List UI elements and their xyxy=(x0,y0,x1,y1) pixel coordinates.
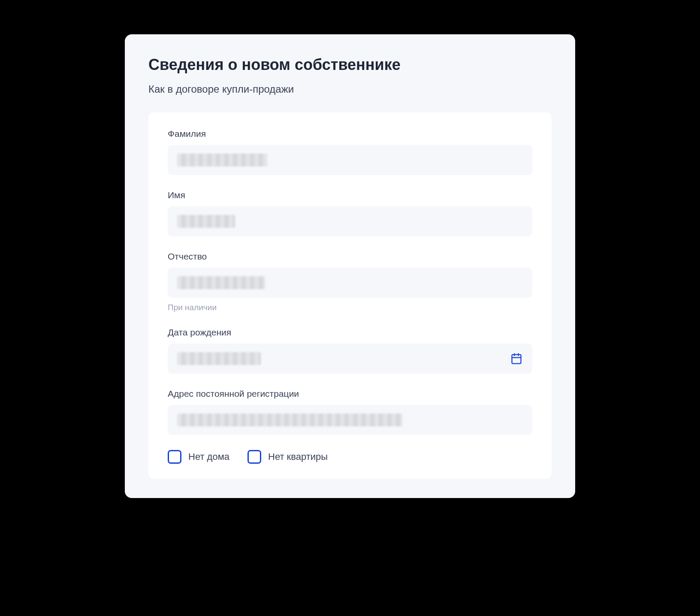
field-group-address: Адрес постоянной регистрации xyxy=(168,389,532,435)
redacted-value xyxy=(177,215,235,228)
surname-label: Фамилия xyxy=(168,129,532,139)
card-subtitle: Как в договоре купли-продажи xyxy=(148,83,552,95)
redacted-value xyxy=(177,414,402,426)
checkbox-row: Нет дома Нет квартиры xyxy=(168,450,532,464)
redacted-value xyxy=(177,352,261,365)
checkbox-no-apartment[interactable]: Нет квартиры xyxy=(247,450,328,464)
redacted-value xyxy=(177,276,265,289)
birthdate-input[interactable] xyxy=(168,344,532,374)
card-title: Сведения о новом собственнике xyxy=(148,56,552,74)
field-group-patronymic: Отчество При наличии xyxy=(168,251,532,312)
calendar-icon[interactable] xyxy=(510,352,523,365)
checkbox-box-icon xyxy=(247,450,261,464)
birthdate-label: Дата рождения xyxy=(168,327,532,338)
firstname-label: Имя xyxy=(168,190,532,200)
firstname-input[interactable] xyxy=(168,206,532,236)
svg-rect-0 xyxy=(512,355,521,364)
checkbox-box-icon xyxy=(168,450,181,464)
checkbox-no-house-label: Нет дома xyxy=(188,451,229,462)
patronymic-input[interactable] xyxy=(168,268,532,298)
checkbox-no-apartment-label: Нет квартиры xyxy=(268,451,328,462)
field-group-surname: Фамилия xyxy=(168,129,532,175)
patronymic-helper: При наличии xyxy=(168,303,532,312)
patronymic-label: Отчество xyxy=(168,251,532,262)
field-group-firstname: Имя xyxy=(168,190,532,236)
address-label: Адрес постоянной регистрации xyxy=(168,389,532,399)
owner-info-card: Сведения о новом собственнике Как в дого… xyxy=(125,34,575,498)
form-panel: Фамилия Имя Отчество При наличии Дата ро… xyxy=(148,112,552,479)
surname-input[interactable] xyxy=(168,145,532,175)
address-input[interactable] xyxy=(168,405,532,435)
checkbox-no-house[interactable]: Нет дома xyxy=(168,450,229,464)
field-group-birthdate: Дата рождения xyxy=(168,327,532,374)
redacted-value xyxy=(177,154,267,166)
